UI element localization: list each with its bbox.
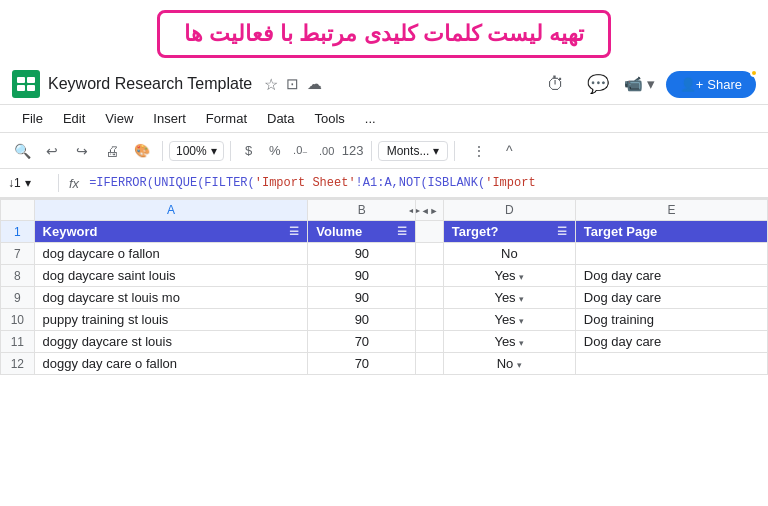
keyword-header-cell[interactable]: Keyword ☰: [34, 221, 308, 243]
zoom-select[interactable]: 100% ▾: [169, 141, 224, 161]
menu-tools[interactable]: Tools: [304, 105, 354, 132]
toolbar-divider-4: [454, 141, 455, 161]
keyword-cell-7[interactable]: dog daycare o fallon: [34, 243, 308, 265]
banner-box: تهیه لیست کلمات کلیدی مرتبط با فعالیت ها: [157, 10, 611, 58]
cloud-icon[interactable]: ☁: [307, 75, 322, 93]
target-dropdown-8[interactable]: ▾: [519, 272, 524, 282]
target-page-cell-8[interactable]: Dog day care: [575, 265, 767, 287]
video-icon[interactable]: 📹 ▾: [624, 68, 656, 100]
volume-cell-12[interactable]: 70: [308, 353, 416, 375]
col-c-header-spacer: [416, 221, 443, 243]
notification-dot: [750, 69, 758, 77]
collapse-toolbar-icon[interactable]: ^: [495, 137, 523, 165]
undo-icon[interactable]: ↩: [38, 137, 66, 165]
keyword-cell-10[interactable]: puppy training st louis: [34, 309, 308, 331]
target-cell-9[interactable]: Yes ▾: [443, 287, 575, 309]
target-dropdown-12[interactable]: ▾: [517, 360, 522, 370]
number-format-button[interactable]: 123: [341, 139, 365, 163]
target-dropdown-10[interactable]: ▾: [519, 316, 524, 326]
target-header-cell[interactable]: Target? ☰: [443, 221, 575, 243]
target-page-cell-11[interactable]: Dog day care: [575, 331, 767, 353]
menu-bar: File Edit View Insert Format Data Tools …: [0, 105, 768, 133]
spacer-8: [416, 265, 443, 287]
spacer-11: [416, 331, 443, 353]
keyword-cell-11[interactable]: doggy daycare st louis: [34, 331, 308, 353]
table-row: 12 doggy day care o fallon 70 No ▾: [1, 353, 768, 375]
toolbar-divider-2: [230, 141, 231, 161]
spacer-12: [416, 353, 443, 375]
fx-label: fx: [69, 176, 79, 191]
row-header-1: 1: [1, 221, 35, 243]
table-row: 11 doggy daycare st louis 70 Yes ▾ Dog d…: [1, 331, 768, 353]
zoom-chevron-icon: ▾: [211, 144, 217, 158]
menu-view[interactable]: View: [95, 105, 143, 132]
target-page-header-cell[interactable]: Target Page: [575, 221, 767, 243]
menu-more[interactable]: ...: [355, 105, 386, 132]
target-dropdown-9[interactable]: ▾: [519, 294, 524, 304]
row-header-12: 12: [1, 353, 35, 375]
row-header-11: 11: [1, 331, 35, 353]
target-cell-8[interactable]: Yes ▾: [443, 265, 575, 287]
target-dropdown-11[interactable]: ▾: [519, 338, 524, 348]
decimal-decrease-button[interactable]: .0₋: [289, 139, 313, 163]
redo-icon[interactable]: ↪: [68, 137, 96, 165]
keyword-cell-8[interactable]: dog daycare saint louis: [34, 265, 308, 287]
star-icon[interactable]: ☆: [264, 75, 278, 94]
font-selector[interactable]: Monts... ▾: [378, 141, 449, 161]
col-header-e[interactable]: E: [575, 200, 767, 221]
col-header-a[interactable]: A: [34, 200, 308, 221]
sheets-app-icon: [12, 70, 40, 98]
decimal-increase-button[interactable]: .00: [315, 139, 339, 163]
more-options-icon[interactable]: ⋮: [465, 137, 493, 165]
target-filter-icon[interactable]: ☰: [557, 225, 567, 238]
comment-icon[interactable]: 💬: [582, 68, 614, 100]
cell-reference[interactable]: ↓1 ▾: [8, 176, 48, 190]
keyword-cell-9[interactable]: dog daycare st louis mo: [34, 287, 308, 309]
col-header-d[interactable]: D: [443, 200, 575, 221]
folder-icon[interactable]: ⊡: [286, 75, 299, 93]
volume-cell-8[interactable]: 90: [308, 265, 416, 287]
menu-format[interactable]: Format: [196, 105, 257, 132]
menu-file[interactable]: File: [12, 105, 53, 132]
menu-data[interactable]: Data: [257, 105, 304, 132]
currency-button[interactable]: $: [237, 139, 261, 163]
target-cell-10[interactable]: Yes ▾: [443, 309, 575, 331]
file-title[interactable]: Keyword Research Template: [48, 75, 252, 93]
header-action-icons: ☆ ⊡ ☁: [264, 75, 322, 94]
search-toolbar-icon[interactable]: 🔍: [8, 137, 36, 165]
spacer-9: [416, 287, 443, 309]
target-page-cell-12[interactable]: [575, 353, 767, 375]
keyword-filter-icon[interactable]: ☰: [289, 225, 299, 238]
volume-header-cell[interactable]: Volume ☰: [308, 221, 416, 243]
menu-edit[interactable]: Edit: [53, 105, 95, 132]
print-icon[interactable]: 🖨: [98, 137, 126, 165]
add-person-icon: 👤+: [680, 77, 704, 92]
col-header-b[interactable]: B: [308, 200, 416, 221]
toolbar: 🔍 ↩ ↪ 🖨 🎨 100% ▾ $ % .0₋ .00 123 Monts..…: [0, 133, 768, 169]
keyword-cell-12[interactable]: doggy day care o fallon: [34, 353, 308, 375]
target-page-cell-9[interactable]: Dog day care: [575, 287, 767, 309]
percent-button[interactable]: %: [263, 139, 287, 163]
header-bar: Keyword Research Template ☆ ⊡ ☁ ⏱ 💬 📹 ▾ …: [0, 64, 768, 105]
volume-cell-11[interactable]: 70: [308, 331, 416, 353]
volume-cell-9[interactable]: 90: [308, 287, 416, 309]
history-icon[interactable]: ⏱: [540, 68, 572, 100]
formula-text: =IFERROR(UNIQUE(FILTER('Import Sheet'!A1…: [89, 176, 536, 190]
target-cell-7[interactable]: No: [443, 243, 575, 265]
table-row: 10 puppy training st louis 90 Yes ▾ Dog …: [1, 309, 768, 331]
volume-cell-10[interactable]: 90: [308, 309, 416, 331]
share-button[interactable]: 👤+ Share: [666, 71, 756, 98]
table-row: 7 dog daycare o fallon 90 No: [1, 243, 768, 265]
row-header-8: 8: [1, 265, 35, 287]
target-cell-12[interactable]: No ▾: [443, 353, 575, 375]
paint-format-icon[interactable]: 🎨: [128, 137, 156, 165]
volume-cell-7[interactable]: 90: [308, 243, 416, 265]
menu-insert[interactable]: Insert: [143, 105, 196, 132]
target-cell-11[interactable]: Yes ▾: [443, 331, 575, 353]
target-page-cell-7[interactable]: [575, 243, 767, 265]
volume-filter-icon[interactable]: ☰: [397, 225, 407, 238]
target-page-cell-10[interactable]: Dog training: [575, 309, 767, 331]
cell-ref-chevron: ▾: [25, 176, 31, 190]
table-row: 8 dog daycare saint louis 90 Yes ▾ Dog d…: [1, 265, 768, 287]
font-chevron-icon: ▾: [433, 144, 439, 158]
